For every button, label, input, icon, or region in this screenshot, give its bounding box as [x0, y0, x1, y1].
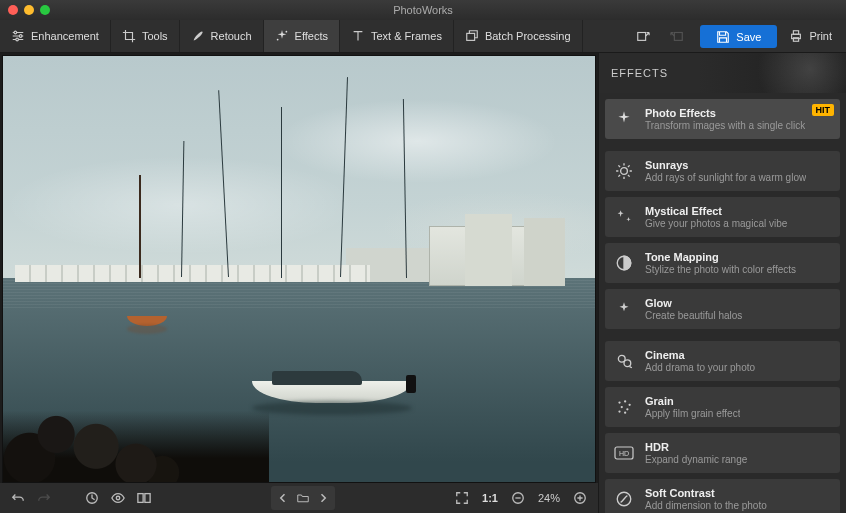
- svg-rect-5: [467, 33, 475, 40]
- fit-screen-button[interactable]: [452, 488, 472, 508]
- sparkle-icon: [275, 29, 289, 43]
- main-area: 1:1 24% EFFECTS Photo Effects Transform …: [0, 53, 846, 513]
- file-nav: [271, 486, 335, 510]
- save-icon: [716, 30, 730, 44]
- effects-panel-title: EFFECTS: [611, 67, 668, 79]
- tab-tools[interactable]: Tools: [111, 20, 180, 52]
- image-canvas[interactable]: [2, 55, 596, 483]
- zoom-in-button[interactable]: [570, 488, 590, 508]
- glow-icon: [613, 298, 635, 320]
- share-in-button[interactable]: [660, 20, 694, 52]
- print-icon: [789, 29, 803, 43]
- film-icon: [613, 350, 635, 372]
- next-image-button[interactable]: [313, 488, 333, 508]
- effect-item-tone-mapping[interactable]: Tone Mapping Stylize the photo with colo…: [605, 243, 840, 283]
- effect-item-sunrays[interactable]: Sunrays Add rays of sunlight for a warm …: [605, 151, 840, 191]
- effect-item-hdr[interactable]: HD HDR Expand dynamic range: [605, 433, 840, 473]
- effects-list[interactable]: Photo Effects Transform images with a si…: [599, 93, 846, 513]
- stack-icon: [465, 29, 479, 43]
- svg-point-17: [621, 168, 628, 175]
- compare-icon: [137, 491, 151, 505]
- zoom-out-button[interactable]: [508, 488, 528, 508]
- save-button[interactable]: Save: [700, 25, 777, 48]
- tab-label: Tools: [142, 30, 168, 42]
- svg-point-22: [624, 400, 626, 402]
- save-label: Save: [736, 31, 761, 43]
- effect-desc: Add dimension to the photo: [645, 500, 767, 511]
- svg-rect-13: [138, 494, 143, 503]
- svg-point-26: [618, 410, 620, 412]
- effect-desc: Expand dynamic range: [645, 454, 747, 465]
- tab-retouch[interactable]: Retouch: [180, 20, 264, 52]
- effect-name: HDR: [645, 441, 747, 453]
- effect-item-cinema[interactable]: Cinema Add drama to your photo: [605, 341, 840, 381]
- tab-enhancement[interactable]: Enhancement: [0, 20, 111, 52]
- compare-button[interactable]: [134, 488, 154, 508]
- svg-rect-10: [794, 38, 799, 42]
- history-button[interactable]: [82, 488, 102, 508]
- app-window: PhotoWorks Enhancement Tools Retouch Eff…: [0, 0, 846, 513]
- brush-icon: [191, 29, 205, 43]
- print-label: Print: [809, 30, 832, 42]
- prev-image-button[interactable]: [273, 488, 293, 508]
- effect-desc: Transform images with a single click: [645, 120, 805, 131]
- print-button[interactable]: Print: [783, 20, 846, 52]
- header-decoration: [726, 53, 846, 93]
- text-icon: [351, 29, 365, 43]
- eye-icon: [110, 491, 126, 505]
- sun-icon: [613, 160, 635, 182]
- svg-point-21: [618, 401, 620, 403]
- effect-name: Mystical Effect: [645, 205, 787, 217]
- effect-desc: Stylize the photo with color effects: [645, 264, 796, 275]
- import-icon: [670, 29, 684, 43]
- effect-desc: Apply film grain effect: [645, 408, 740, 419]
- minus-circle-icon: [511, 491, 525, 505]
- effect-item-glow[interactable]: Glow Create beautiful halos: [605, 289, 840, 329]
- stars-icon: [613, 206, 635, 228]
- share-out-button[interactable]: [626, 20, 660, 52]
- svg-point-25: [626, 408, 628, 410]
- tab-label: Retouch: [211, 30, 252, 42]
- titlebar: PhotoWorks: [0, 0, 846, 20]
- chevron-left-icon: [277, 492, 289, 504]
- tab-text-frames[interactable]: Text & Frames: [340, 20, 454, 52]
- sparkle-icon: [613, 108, 635, 130]
- effect-item-photo-effects[interactable]: Photo Effects Transform images with a si…: [605, 99, 840, 139]
- effect-item-grain[interactable]: Grain Apply film grain effect: [605, 387, 840, 427]
- export-icon: [636, 29, 650, 43]
- svg-point-0: [14, 31, 17, 34]
- open-folder-button[interactable]: [293, 488, 313, 508]
- ratio-label: 1:1: [482, 492, 498, 504]
- svg-point-2: [16, 38, 19, 41]
- svg-point-4: [276, 39, 278, 41]
- crop-icon: [122, 29, 136, 43]
- tab-label: Effects: [295, 30, 328, 42]
- undo-button[interactable]: [8, 488, 28, 508]
- tab-label: Text & Frames: [371, 30, 442, 42]
- effects-panel: EFFECTS Photo Effects Transform images w…: [598, 53, 846, 513]
- zoom-value: 24%: [538, 492, 560, 504]
- plus-circle-icon: [573, 491, 587, 505]
- svg-rect-9: [794, 31, 799, 35]
- tab-batch[interactable]: Batch Processing: [454, 20, 583, 52]
- effect-item-mystical[interactable]: Mystical Effect Give your photos a magic…: [605, 197, 840, 237]
- tone-icon: [613, 252, 635, 274]
- effect-desc: Create beautiful halos: [645, 310, 742, 321]
- effect-name: Tone Mapping: [645, 251, 796, 263]
- chevron-right-icon: [317, 492, 329, 504]
- redo-button[interactable]: [34, 488, 54, 508]
- main-toolbar: Enhancement Tools Retouch Effects Text &…: [0, 20, 846, 53]
- effect-name: Grain: [645, 395, 740, 407]
- effect-name: Photo Effects: [645, 107, 805, 119]
- svg-point-20: [624, 360, 631, 367]
- app-title: PhotoWorks: [0, 4, 846, 16]
- effect-desc: Add rays of sunlight for a warm glow: [645, 172, 806, 183]
- preview-button[interactable]: [108, 488, 128, 508]
- svg-point-27: [624, 412, 626, 414]
- grain-icon: [613, 396, 635, 418]
- effect-item-soft-contrast[interactable]: Soft Contrast Add dimension to the photo: [605, 479, 840, 513]
- svg-rect-7: [675, 33, 683, 41]
- effect-name: Glow: [645, 297, 742, 309]
- folder-icon: [296, 492, 310, 504]
- tab-effects[interactable]: Effects: [264, 20, 340, 52]
